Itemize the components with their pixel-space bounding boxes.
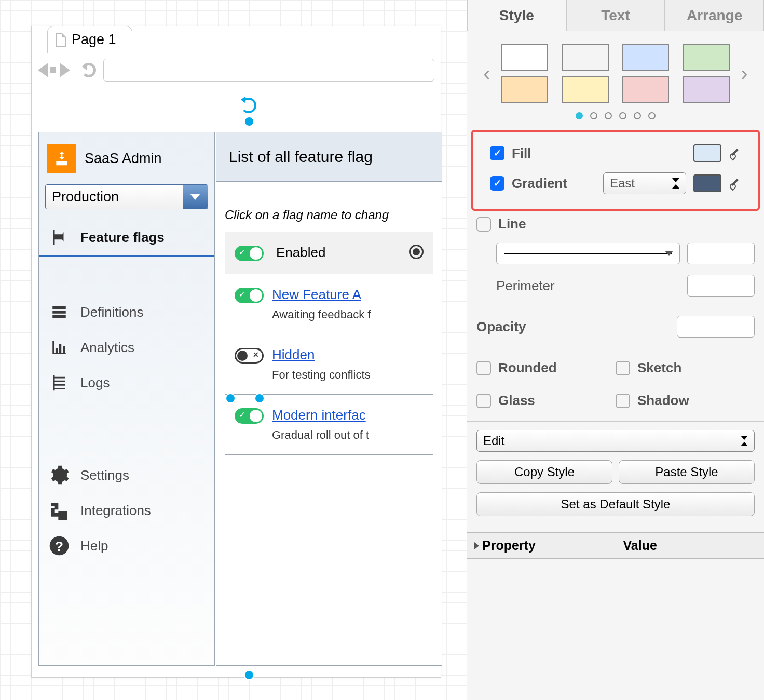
set-default-style-button[interactable]: Set as Default Style bbox=[476, 492, 755, 516]
flag-toggle[interactable] bbox=[235, 348, 264, 364]
edit-style-select[interactable]: Edit bbox=[476, 430, 755, 452]
shadow-checkbox[interactable] bbox=[616, 394, 630, 408]
paste-style-button[interactable]: Paste Style bbox=[619, 460, 755, 484]
perimeter-field[interactable]: ▲▼ bbox=[687, 275, 755, 297]
pager-dot[interactable] bbox=[648, 112, 656, 119]
palette-next-icon[interactable]: › bbox=[734, 62, 755, 85]
content-title: List of all feature flag bbox=[216, 132, 442, 182]
sidebar-item-settings[interactable]: Settings bbox=[39, 457, 214, 493]
opacity-input[interactable] bbox=[677, 319, 764, 334]
sidebar-item-definitions[interactable]: Definitions bbox=[39, 294, 214, 330]
page-tab[interactable]: Page 1 bbox=[47, 26, 132, 53]
page-tab-label: Page 1 bbox=[72, 32, 116, 48]
enabled-toggle[interactable] bbox=[235, 246, 264, 261]
eyedropper-icon[interactable] bbox=[729, 147, 741, 159]
tab-style[interactable]: Style bbox=[467, 0, 566, 31]
swatch[interactable] bbox=[501, 44, 548, 71]
pager-dot[interactable] bbox=[590, 112, 597, 119]
sidebar-item-label: Feature flags bbox=[80, 230, 165, 246]
resize-handle-right[interactable] bbox=[254, 393, 265, 403]
sketch-label: Sketch bbox=[637, 360, 755, 376]
flag-row: Modern interfac Gradual roll out of t bbox=[225, 395, 433, 454]
opacity-field[interactable]: ▲▼ bbox=[677, 316, 755, 338]
copy-style-button[interactable]: Copy Style bbox=[476, 460, 612, 484]
swatch[interactable] bbox=[683, 44, 730, 71]
fill-checkbox[interactable] bbox=[490, 146, 504, 160]
mock-browser-toolbar bbox=[32, 53, 441, 90]
pager-dot[interactable] bbox=[634, 112, 641, 119]
reload-icon[interactable] bbox=[81, 63, 96, 77]
url-bar[interactable] bbox=[103, 59, 434, 82]
swatch[interactable] bbox=[562, 44, 609, 71]
flag-subtitle: Gradual roll out of t bbox=[272, 428, 369, 442]
resize-handle-top[interactable] bbox=[244, 116, 254, 127]
content-hint: Click on a flag name to chang bbox=[216, 182, 442, 232]
gradient-direction-value: East bbox=[610, 176, 635, 191]
line-width-field[interactable]: ▲▼ bbox=[687, 243, 755, 264]
sketch-checkbox[interactable] bbox=[616, 361, 630, 375]
swatch[interactable] bbox=[501, 76, 548, 103]
fill-color-swatch[interactable] bbox=[693, 144, 721, 162]
line-style-select[interactable] bbox=[496, 243, 680, 264]
back-icon[interactable] bbox=[38, 63, 56, 77]
sidebar-item-feature-flags[interactable]: Feature flags bbox=[39, 220, 214, 257]
integrations-icon bbox=[47, 500, 71, 521]
property-table-header: Property Value bbox=[467, 532, 764, 559]
forward-icon[interactable] bbox=[60, 63, 77, 77]
tab-arrange[interactable]: Arrange bbox=[665, 0, 764, 31]
tab-text[interactable]: Text bbox=[566, 0, 665, 31]
radio-icon[interactable] bbox=[409, 245, 424, 259]
canvas[interactable]: Page 1 bbox=[0, 0, 467, 700]
glass-checkbox[interactable] bbox=[476, 394, 491, 408]
gradient-checkbox[interactable] bbox=[490, 176, 504, 191]
rotate-handle-icon[interactable] bbox=[241, 98, 256, 113]
rounded-checkbox[interactable] bbox=[476, 361, 491, 375]
environment-select[interactable]: Production bbox=[45, 184, 208, 209]
resize-handle-left[interactable] bbox=[225, 393, 236, 403]
expand-icon[interactable] bbox=[474, 542, 479, 549]
sidebar-item-integrations[interactable]: Integrations bbox=[39, 493, 214, 528]
chevron-down-icon bbox=[183, 185, 208, 209]
svg-text:?: ? bbox=[55, 539, 63, 554]
gradient-color-swatch[interactable] bbox=[693, 174, 721, 192]
format-panel: Style Text Arrange ‹ › bbox=[467, 0, 764, 700]
perimeter-label: Perimeter bbox=[496, 278, 680, 294]
sidebar-item-logs[interactable]: Logs bbox=[39, 365, 214, 400]
swatch[interactable] bbox=[562, 76, 609, 103]
gradient-direction-select[interactable]: East bbox=[603, 172, 686, 194]
sidebar-item-help[interactable]: ? Help bbox=[39, 528, 214, 563]
perimeter-input[interactable] bbox=[688, 278, 764, 293]
pager-dot[interactable] bbox=[619, 112, 626, 119]
swatch[interactable] bbox=[622, 44, 669, 71]
content-shape[interactable]: List of all feature flag Click on a flag… bbox=[216, 132, 442, 666]
flag-toggle[interactable] bbox=[235, 408, 264, 424]
resize-handle-bottom[interactable] bbox=[244, 670, 254, 680]
swatch[interactable] bbox=[622, 76, 669, 103]
eyedropper-icon[interactable] bbox=[729, 177, 741, 190]
flag-toggle[interactable] bbox=[235, 288, 264, 303]
sidebar-item-label: Definitions bbox=[80, 304, 143, 320]
line-checkbox[interactable] bbox=[476, 217, 491, 232]
pager-dot[interactable] bbox=[576, 112, 583, 119]
sidebar-item-label: Logs bbox=[80, 375, 110, 391]
flag-link[interactable]: Modern interfac bbox=[272, 407, 366, 423]
glass-label: Glass bbox=[498, 393, 616, 409]
value-col: Value bbox=[616, 533, 765, 558]
enabled-label: Enabled bbox=[276, 245, 325, 261]
palette-prev-icon[interactable]: ‹ bbox=[476, 62, 497, 85]
flag-row: New Feature A Awaiting feedback f bbox=[225, 274, 433, 334]
selected-sidebar-shape[interactable]: SaaS Admin Production Feature flags Defi… bbox=[38, 132, 215, 666]
swatch-grid bbox=[497, 44, 734, 103]
shadow-label: Shadow bbox=[637, 393, 755, 409]
line-width-input[interactable] bbox=[688, 246, 764, 261]
page-icon bbox=[56, 33, 66, 47]
palette-pager bbox=[467, 108, 764, 130]
opacity-label: Opacity bbox=[476, 319, 670, 335]
flag-link[interactable]: Hidden bbox=[272, 347, 315, 362]
flag-subtitle: For testing conflicts bbox=[272, 368, 371, 382]
sidebar-item-analytics[interactable]: Analytics bbox=[39, 330, 214, 365]
swatch[interactable] bbox=[683, 76, 730, 103]
rounded-label: Rounded bbox=[498, 360, 616, 376]
pager-dot[interactable] bbox=[605, 112, 612, 119]
flag-link[interactable]: New Feature A bbox=[272, 287, 361, 302]
